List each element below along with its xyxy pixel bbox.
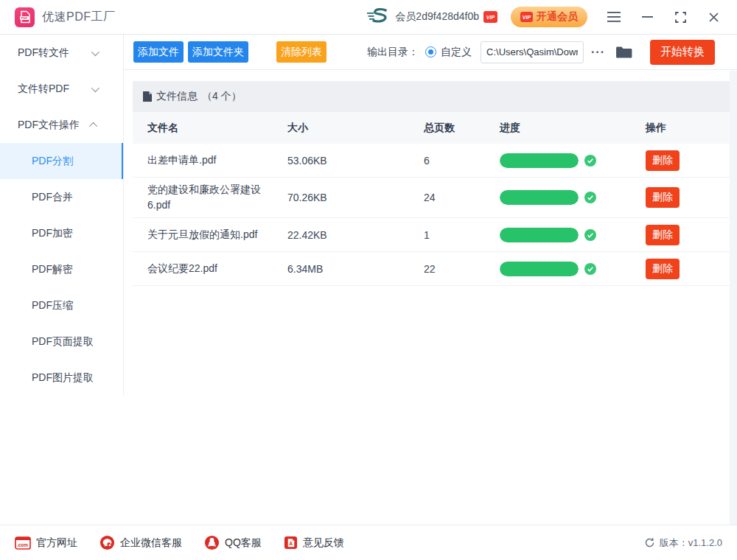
open-folder-icon[interactable] (615, 46, 632, 59)
check-circle-icon (584, 192, 596, 203)
version-info: 版本：v1.1.2.0 (644, 536, 722, 550)
file-size: 22.42KB (287, 229, 424, 241)
progress-bar (500, 228, 579, 242)
file-info-title: 文件信息 (156, 90, 198, 103)
delete-button[interactable]: 删除 (646, 187, 680, 208)
row-actions: 删除 (646, 187, 730, 208)
file-progress (500, 262, 646, 276)
file-pages: 6 (424, 155, 500, 167)
feedback-link[interactable]: A 意见反馈 (284, 536, 344, 550)
sidebar-item-pdf-page-extract[interactable]: PDF页面提取 (0, 323, 124, 360)
start-convert-button[interactable]: 开始转换 (650, 40, 715, 65)
sidebar-item-pdf-decrypt[interactable]: PDF解密 (0, 251, 124, 287)
delete-button[interactable]: 删除 (646, 225, 680, 245)
sidebar-item-pdf-merge[interactable]: PDF合并 (0, 179, 124, 215)
col-action: 操作 (646, 122, 730, 135)
check-circle-icon (584, 229, 596, 241)
menu-icon[interactable] (607, 10, 621, 24)
maximize-icon[interactable] (673, 10, 688, 24)
file-size: 53.06KB (287, 155, 424, 167)
add-folder-button[interactable]: 添加文件夹 (188, 41, 248, 63)
member-name: 会员2d9f428d4f0b (395, 10, 479, 24)
file-size: 70.26KB (287, 192, 424, 203)
svg-text:PDF: PDF (21, 16, 27, 20)
add-file-button[interactable]: 添加文件 (133, 41, 184, 63)
sidebar-group-pdf-to-file[interactable]: PDF转文件 (0, 35, 124, 71)
feedback-icon: A (284, 536, 298, 550)
table-row: 出差申请单.pdf 53.06KB 6 删除 (133, 144, 730, 178)
app-window: PDF 优速PDF工厂 会员2d9f428d4f0b VIP VIP 开通会员 (0, 0, 737, 560)
titlebar: PDF 优速PDF工厂 会员2d9f428d4f0b VIP VIP 开通会员 (0, 0, 737, 35)
official-website-link[interactable]: .com 官方网址 (15, 536, 77, 550)
chevron-up-icon (89, 122, 97, 130)
file-name: 出差申请单.pdf (147, 153, 287, 168)
svg-text:.com: .com (17, 542, 28, 547)
progress-bar (500, 190, 579, 205)
upgrade-vip-button[interactable]: VIP 开通会员 (511, 7, 587, 27)
col-pages: 总页数 (424, 122, 500, 135)
file-pages: 1 (424, 229, 500, 241)
version-text: 版本：v1.1.2.0 (660, 536, 722, 550)
file-name: 关于元旦放假的通知.pdf (147, 227, 287, 242)
file-progress (500, 228, 646, 242)
sidebar-group-pdf-operations[interactable]: PDF文件操作 (0, 107, 124, 143)
file-size: 6.34MB (287, 263, 424, 275)
qq-icon (204, 535, 220, 550)
check-circle-icon (584, 155, 596, 167)
sidebar-item-pdf-compress-label: PDF压缩 (32, 299, 73, 312)
progress-bar (500, 153, 579, 168)
chevron-down-icon (91, 47, 99, 55)
scrollbar-track[interactable] (730, 71, 737, 525)
vip-badge-icon: VIP (483, 11, 497, 23)
custom-dir-option-label[interactable]: 自定义 (441, 46, 472, 59)
svg-text:A: A (289, 541, 293, 546)
website-icon: .com (15, 536, 31, 550)
sidebar-item-pdf-compress[interactable]: PDF压缩 (0, 287, 124, 323)
file-name: 会议纪要22.pdf (147, 261, 287, 276)
table-row: 党的建设和廉政公署建设6.pdf 70.26KB 24 删除 (133, 178, 730, 218)
col-size: 大小 (287, 122, 424, 135)
file-count: （4 个） (202, 90, 242, 103)
sidebar-item-pdf-image-extract[interactable]: PDF图片提取 (0, 360, 124, 396)
output-path-input[interactable] (481, 41, 584, 63)
sidebar-item-pdf-encrypt-label: PDF加密 (32, 227, 73, 240)
browse-ellipsis-button[interactable]: ··· (591, 46, 605, 59)
close-icon[interactable] (706, 10, 721, 24)
sidebar-item-pdf-split[interactable]: PDF分割 (0, 143, 124, 179)
sidebar-item-pdf-split-label: PDF分割 (32, 155, 73, 168)
delete-button[interactable]: 删除 (646, 259, 680, 279)
sidebar-item-pdf-encrypt[interactable]: PDF加密 (0, 215, 124, 251)
check-circle-icon (584, 263, 596, 275)
sidebar: PDF转文件文件转PDFPDF文件操作PDF分割PDF合并PDF加密PDF解密P… (0, 35, 124, 525)
qq-support-link[interactable]: QQ客服 (204, 535, 262, 550)
file-name: 党的建设和廉政公署建设6.pdf (147, 182, 287, 213)
file-progress (500, 190, 646, 205)
sidebar-item-pdf-decrypt-label: PDF解密 (32, 263, 73, 276)
document-icon (143, 91, 152, 102)
table-header: 文件名 大小 总页数 进度 操作 (133, 112, 730, 144)
custom-dir-radio[interactable] (425, 46, 436, 57)
file-table: 文件信息 （4 个） 文件名 大小 总页数 进度 操作 出差申请单.pdf 53… (133, 81, 730, 525)
minimize-icon[interactable] (640, 10, 654, 24)
sidebar-group-pdf-operations-label: PDF文件操作 (18, 119, 80, 132)
output-dir-label: 输出目录： (367, 46, 419, 59)
row-actions: 删除 (646, 259, 730, 279)
clear-list-button[interactable]: 清除列表 (276, 41, 326, 63)
app-logo-icon: PDF (15, 7, 35, 27)
sidebar-item-pdf-image-extract-label: PDF图片提取 (32, 371, 94, 385)
sidebar-group-file-to-pdf-label: 文件转PDF (18, 83, 69, 96)
table-row: 会议纪要22.pdf 6.34MB 22 删除 (133, 252, 730, 286)
main-panel: 添加文件 添加文件夹 清除列表 输出目录： 自定义 ··· 开始转换 (124, 35, 737, 525)
chevron-down-icon (91, 83, 99, 91)
file-pages: 24 (424, 192, 500, 203)
app-title: 优速PDF工厂 (42, 10, 116, 25)
file-pages: 22 (424, 263, 500, 275)
upgrade-vip-label: 开通会员 (537, 10, 578, 24)
user-avatar-icon (367, 7, 389, 27)
wechat-support-link[interactable]: 企业微信客服 (99, 535, 182, 550)
delete-button[interactable]: 删除 (646, 150, 680, 171)
sidebar-group-file-to-pdf[interactable]: 文件转PDF (0, 71, 124, 107)
vip-icon: VIP (520, 12, 533, 22)
refresh-icon[interactable] (644, 537, 655, 548)
file-progress (500, 153, 646, 168)
